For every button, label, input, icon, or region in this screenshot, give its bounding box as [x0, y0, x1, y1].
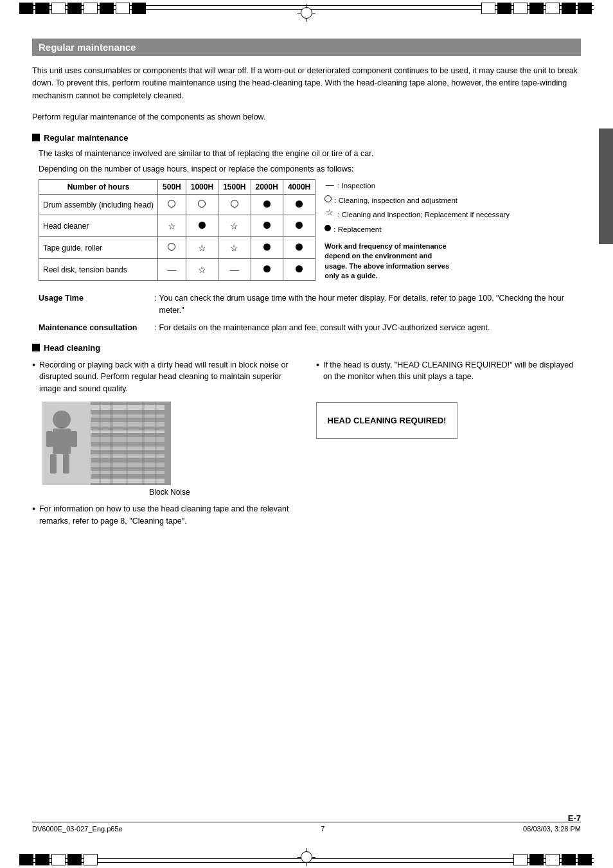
tape-block — [497, 3, 511, 14]
page-wrapper: Regular maintenance This unit uses consu… — [0, 0, 613, 868]
bullet-dot-icon: • — [32, 359, 35, 395]
legend-note: Work and frequency of maintenance depend… — [324, 242, 453, 281]
row-label-headcleaner: Head cleaner — [39, 215, 158, 237]
legend-circle-text: : Cleaning, inspection and adjustment — [334, 194, 458, 208]
cell-reel-2000h — [251, 259, 283, 281]
table-header-500h: 500H — [158, 180, 186, 195]
cleaning-required-box: HEAD CLEANING REQUIRED! — [316, 402, 458, 439]
legend-star-text: : Cleaning and inspection; Replacement i… — [337, 208, 510, 222]
star-symbol: ☆ — [168, 221, 176, 231]
sub-para2: Depending on the number of usage hours, … — [32, 163, 581, 175]
cell-reel-1000h: ☆ — [186, 259, 218, 281]
cell-tape-1500h: ☆ — [218, 237, 251, 259]
consultation-row: Maintenance consultation : For details o… — [39, 322, 581, 334]
usage-time-label: Usage Time — [39, 292, 154, 317]
bullet-text-3: If the head is dusty, "HEAD CLEANING REQ… — [323, 359, 581, 384]
svg-rect-22 — [142, 402, 145, 485]
tape-block-white — [51, 3, 66, 14]
consultation-label: Maintenance consultation — [39, 322, 154, 334]
svg-rect-23 — [155, 402, 157, 485]
head-cleaning-heading: Head cleaning — [44, 343, 100, 353]
tape-pattern-bottom-right — [513, 854, 594, 865]
dot-symbol — [263, 265, 271, 272]
legend-item-dash: — : Inspection — [324, 179, 510, 193]
tape-block-white — [51, 854, 66, 865]
crosshair-bottom-center — [298, 848, 315, 866]
table-header-4000h: 4000H — [283, 180, 315, 195]
tape-block — [562, 854, 576, 865]
table-area: Number of hours 500H 1000H 1500H 2000H 4… — [32, 179, 581, 281]
tape-pattern-bottom-left — [19, 854, 100, 865]
svg-rect-21 — [126, 402, 128, 485]
svg-rect-3 — [53, 429, 71, 454]
tape-block — [562, 3, 576, 14]
cell-drum-2000h — [251, 195, 283, 215]
dot-symbol — [296, 265, 303, 272]
sub-para1: The tasks of maintenance involved are si… — [32, 148, 581, 160]
dot-symbol — [296, 244, 303, 251]
cell-tape-1000h: ☆ — [186, 237, 218, 259]
cell-drum-1500h — [218, 195, 251, 215]
page-number-text: E-7 — [568, 813, 581, 823]
main-content: Regular maintenance This unit uses consu… — [0, 32, 613, 546]
dot-symbol — [199, 222, 206, 229]
svg-rect-5 — [63, 454, 69, 474]
tape-block — [529, 3, 544, 14]
dot-symbol — [263, 200, 271, 208]
svg-rect-6 — [46, 431, 53, 447]
table-row: Drum assembly (including head) — [39, 195, 315, 215]
tape-block-white — [513, 3, 528, 14]
usage-time-text: You can check the drum usage time with t… — [159, 292, 581, 317]
info-rows: Usage Time : You can check the drum usag… — [39, 292, 581, 333]
bullet-dot3-icon: • — [316, 359, 319, 384]
dot-symbol — [296, 222, 303, 229]
legend-star-symbol: ☆ — [324, 208, 335, 217]
legend-item-star: ☆ : Cleaning and inspection; Replacement… — [324, 208, 510, 222]
cell-head-500h: ☆ — [158, 215, 186, 237]
bullet-item-3: • If the head is dusty, "HEAD CLEANING R… — [316, 359, 581, 384]
table-header-1500h: 1500H — [218, 180, 251, 195]
tape-block-white — [116, 3, 130, 14]
dash-symbol: — — [230, 265, 239, 275]
tape-pattern-left — [19, 3, 148, 14]
legend-dot-text: : Replacement — [333, 223, 381, 236]
svg-point-2 — [53, 411, 71, 429]
tape-block — [578, 854, 592, 865]
footer-content: DV6000E_03-027_Eng.p65e 7 06/03/03, 3:28… — [32, 825, 581, 833]
cell-drum-4000h — [283, 195, 315, 215]
maintenance-table: Number of hours 500H 1000H 1500H 2000H 4… — [39, 179, 315, 281]
cell-reel-4000h — [283, 259, 315, 281]
sub-heading-regular: Regular maintenance — [32, 133, 581, 143]
tape-block — [132, 3, 146, 14]
legend-dash-symbol: — — [324, 179, 335, 191]
tape-block — [100, 3, 114, 14]
sub-heading-square2-icon — [32, 344, 40, 351]
table-header-1000h: 1000H — [186, 180, 218, 195]
legend-dash-text: : Inspection — [337, 179, 375, 193]
noise-caption: Block Noise — [42, 488, 297, 497]
bottom-divider — [32, 822, 581, 822]
tape-block-white — [84, 854, 98, 865]
dot-symbol — [263, 244, 271, 251]
cell-drum-1000h — [186, 195, 218, 215]
tape-block — [19, 3, 33, 14]
tape-block — [578, 3, 592, 14]
two-column-layout: • Recording or playing back with a dirty… — [32, 359, 581, 534]
cell-tape-4000h — [283, 237, 315, 259]
svg-rect-4 — [50, 454, 57, 474]
section-title-text: Regular maintenance — [39, 42, 136, 53]
row-label-reeldisk: Reel disk, tension bands — [39, 259, 158, 281]
bullet-text-1: Recording or playing back with a dirty h… — [39, 359, 297, 395]
tape-block — [35, 3, 49, 14]
star-symbol: ☆ — [230, 221, 238, 231]
bottom-border — [0, 846, 613, 868]
row-label-drum: Drum assembly (including head) — [39, 195, 158, 215]
tape-block-white — [546, 854, 560, 865]
tape-block-white — [84, 3, 98, 14]
usage-time-row: Usage Time : You can check the drum usag… — [39, 292, 581, 317]
bullet-dot2-icon: • — [32, 503, 35, 527]
table-row: Reel disk, tension bands — ☆ — — [39, 259, 315, 281]
cell-reel-500h: — — [158, 259, 186, 281]
tape-block-white — [481, 3, 495, 14]
bullet-text-2: For information on how to use the head c… — [39, 503, 297, 527]
